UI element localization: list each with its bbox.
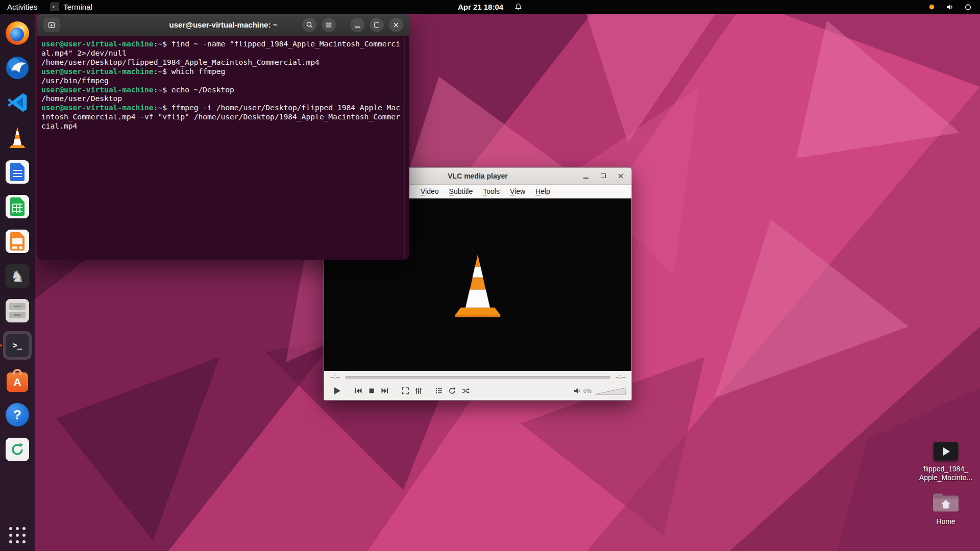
extended-settings-button[interactable]: [412, 384, 425, 397]
libreoffice-impress-icon: [6, 230, 29, 253]
volume-slider[interactable]: [595, 386, 626, 395]
playlist-button[interactable]: [432, 384, 446, 397]
dock-item-files[interactable]: [3, 296, 32, 325]
vlc-close-button[interactable]: [614, 170, 627, 182]
vlc-icon: [7, 126, 28, 149]
stop-icon: [368, 387, 376, 395]
focused-app-name: Terminal: [63, 3, 92, 11]
dock-item-firefox[interactable]: [3, 19, 32, 47]
show-applications-button[interactable]: [9, 527, 26, 544]
system-status-area[interactable]: [928, 0, 980, 14]
stop-button[interactable]: [365, 384, 378, 397]
vlc-seek-row: --:-- --:--: [324, 371, 631, 383]
software-updater-icon: [6, 438, 29, 461]
notifications-bell-icon: [514, 3, 522, 11]
top-bar: Activities >_ Terminal Apr 21 18:04: [0, 0, 980, 14]
terminal-output: user@user-virtual-machine:~$ find ~ -nam…: [41, 39, 405, 131]
terminal-line: user@user-virtual-machine:~$ echo ~/Desk…: [41, 85, 405, 94]
video-file-icon: [934, 442, 958, 461]
dock-item-vlc[interactable]: [3, 123, 32, 152]
dock-item-libreoffice-impress[interactable]: [3, 227, 32, 256]
vlc-controls: 0%: [324, 383, 631, 400]
focused-app-menu[interactable]: >_ Terminal: [51, 3, 92, 11]
loop-icon: [448, 387, 456, 395]
desktop-icon-video-file[interactable]: flipped_1984_ Apple_Macinto...: [915, 442, 976, 482]
vlc-menu-subtitle[interactable]: Subtitle: [445, 186, 478, 196]
fullscreen-icon: [401, 387, 409, 395]
terminal-line: /home/user/Desktop/flipped_1984_Apple_Ma…: [41, 58, 405, 67]
hamburger-icon: [325, 21, 332, 29]
search-button[interactable]: [302, 18, 316, 32]
time-elapsed: --:--: [330, 373, 340, 381]
next-button[interactable]: [378, 384, 391, 397]
play-icon: [332, 386, 342, 396]
vlc-minimize-button[interactable]: [579, 170, 593, 182]
equalizer-icon: [414, 387, 423, 395]
vlc-menu-video[interactable]: Video: [416, 186, 444, 196]
time-remaining: --:--: [616, 373, 625, 381]
random-button[interactable]: [459, 384, 472, 397]
dock-item-thunderbird[interactable]: [3, 54, 32, 82]
chess-icon: ♞: [6, 264, 29, 288]
activities-button[interactable]: Activities: [7, 3, 37, 11]
vlc-menubar-items: VideoSubtitleToolsViewHelp: [416, 186, 555, 196]
vlc-menu-view[interactable]: View: [505, 186, 530, 196]
vscode-icon: [6, 91, 29, 114]
dock-item-ubuntu-software[interactable]: A: [3, 366, 32, 394]
dock-item-software-updater[interactable]: [3, 435, 32, 464]
terminal-line: /usr/bin/ffmpeg: [41, 76, 405, 85]
files-icon: [6, 299, 29, 322]
desktop-icon-home[interactable]: Home: [915, 491, 976, 526]
terminal-body[interactable]: user@user-virtual-machine:~$ find ~ -nam…: [37, 36, 409, 260]
desktop: flipped_1984_ Apple_Macinto... Home VLC …: [0, 0, 980, 551]
terminal-maximize-button[interactable]: [370, 18, 384, 32]
dock-item-vscode[interactable]: [3, 88, 32, 117]
fullscreen-button[interactable]: [399, 384, 412, 397]
terminal-minimize-button[interactable]: [350, 18, 364, 32]
clock-label: Apr 21 18:04: [458, 3, 503, 11]
power-icon: [964, 3, 972, 11]
vlc-maximize-button[interactable]: [597, 170, 610, 182]
play-button[interactable]: [329, 384, 345, 398]
dock-item-help[interactable]: ?: [3, 400, 32, 429]
minimize-icon: [355, 27, 360, 28]
dock-item-libreoffice-calc[interactable]: [3, 192, 32, 221]
terminal-scrollbar[interactable]: [404, 37, 409, 259]
libreoffice-writer-icon: [6, 160, 29, 184]
thunderbird-icon: [6, 56, 29, 80]
ubuntu-software-icon: A: [6, 368, 29, 392]
help-icon: ?: [6, 403, 29, 427]
terminal-line: user@user-virtual-machine:~$ find ~ -nam…: [41, 39, 405, 48]
vlc-window-title: VLC media player: [448, 172, 508, 180]
terminal-app-icon: >_: [51, 3, 59, 11]
play-icon: [943, 447, 950, 456]
clock-button[interactable]: Apr 21 18:04: [458, 0, 522, 14]
close-icon: [393, 22, 399, 28]
terminal-line: user@user-virtual-machine:~$ ffmpeg -i /…: [41, 103, 405, 112]
terminal-line: al.mp4" 2>/dev/null: [41, 48, 405, 58]
volume-icon[interactable]: [573, 387, 581, 395]
previous-button[interactable]: [352, 384, 365, 397]
dock: ♞ >_ A ?: [0, 14, 35, 551]
dock-item-terminal[interactable]: >_: [3, 331, 32, 360]
terminal-line: user@user-virtual-machine:~$ which ffmpe…: [41, 67, 405, 76]
terminal-titlebar[interactable]: user@user-virtual-machine: ~: [37, 14, 409, 36]
libreoffice-calc-icon: [6, 195, 29, 218]
home-folder-icon: [932, 491, 960, 513]
seek-slider[interactable]: [345, 376, 610, 379]
menu-button[interactable]: [322, 18, 336, 32]
minimize-icon: [583, 178, 589, 179]
loop-button[interactable]: [446, 384, 459, 397]
terminal-close-button[interactable]: [389, 18, 403, 32]
playlist-icon: [435, 387, 443, 395]
vlc-menu-tools[interactable]: Tools: [478, 186, 504, 196]
vlc-cone-logo: [448, 251, 508, 318]
maximize-icon: [374, 22, 379, 28]
terminal-window: user@user-virtual-machine: ~: [37, 14, 409, 260]
dock-item-libreoffice-writer[interactable]: [3, 158, 32, 186]
new-tab-button[interactable]: [43, 18, 60, 32]
indicator-icon: [928, 3, 936, 11]
dock-item-chess[interactable]: ♞: [3, 262, 32, 290]
vlc-menu-help[interactable]: Help: [531, 186, 555, 196]
shuffle-icon: [461, 387, 470, 395]
